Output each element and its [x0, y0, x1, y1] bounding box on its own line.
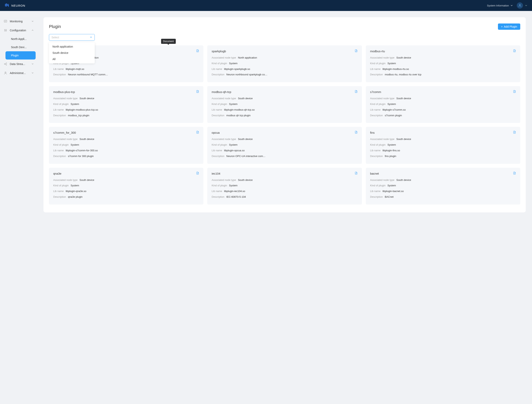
field-label: Kind of plugin: [53, 143, 69, 147]
desc-value: Neuron OPC-UA interactive com…: [226, 154, 266, 158]
card-header: bacnet: [370, 172, 516, 175]
document-icon[interactable]: [355, 172, 358, 175]
desc-row: Descriptions7comm plugin: [370, 114, 516, 118]
document-icon[interactable]: [355, 131, 358, 134]
desc-row: Descriptionmodbus qh tcp plugin: [212, 114, 357, 118]
lib-row: Lib namelibplugin-modbus-rtu.so: [370, 67, 516, 71]
desc-row: DescriptionNeuron northbound MQTT comm…: [53, 73, 199, 77]
node-type-value: South device: [79, 137, 94, 141]
add-plugin-button[interactable]: + Add Plugin: [498, 24, 520, 30]
configuration-icon: [4, 28, 7, 32]
nav-label: North Appli...: [11, 37, 27, 40]
lib-value: libplugin-modbus-plus-tcp.so: [66, 108, 98, 112]
desc-row: DescriptionNeuron OPC-UA interactive com…: [212, 154, 357, 158]
desc-value: Neuron northbound sparkplugb co…: [226, 73, 267, 77]
field-label: Description: [370, 195, 383, 199]
nav-configuration[interactable]: Configuration: [0, 26, 37, 35]
add-button-label: Add Plugin: [504, 25, 517, 28]
lib-value: libplugin-modbus-rtu.so: [382, 67, 409, 71]
lib-value: libplugin-qna3e.so: [66, 189, 86, 193]
node-type-row: Associated node typeSouth device: [370, 137, 516, 141]
lib-value: libplugin-iec104.so: [224, 189, 245, 193]
dropdown-option-south[interactable]: South device: [49, 50, 95, 56]
kind-value: System: [229, 183, 237, 188]
kind-row: Kind of pluginSystem: [212, 102, 357, 106]
node-type-row: Associated node typeSouth device: [370, 178, 516, 182]
lib-value: libplugin-sparkplugb.so: [224, 67, 250, 71]
lib-value: libplugin-fins.so: [382, 149, 400, 153]
nav-administration[interactable]: Administrat...: [0, 69, 37, 77]
nav-label: Data Strea...: [10, 63, 29, 66]
user-menu[interactable]: [517, 2, 527, 9]
plugin-name: qna3e: [53, 172, 62, 175]
document-icon[interactable]: [196, 172, 199, 175]
nav-label: Monitoring: [10, 20, 29, 23]
card-header: iec104: [212, 172, 357, 175]
field-label: Lib name: [53, 189, 63, 193]
field-label: Description: [370, 154, 383, 158]
document-icon[interactable]: [196, 49, 199, 53]
document-icon[interactable]: [513, 172, 516, 175]
nav-plugin[interactable]: Plugin: [6, 51, 36, 59]
document-icon[interactable]: [513, 131, 516, 134]
dropdown-option-north[interactable]: North application: [49, 44, 95, 50]
chevron-down-icon: [510, 4, 513, 7]
document-icon[interactable]: [513, 49, 516, 53]
lib-row: Lib namelibplugin-modbus-plus-tcp.so: [53, 108, 199, 112]
card-header: s7comm_for_300: [53, 131, 199, 134]
field-label: Kind of plugin: [370, 62, 386, 66]
plugin-card: fins Associated node typeSouth device Ki…: [366, 127, 520, 164]
node-type-value: South device: [79, 96, 94, 101]
document-icon[interactable]: [355, 49, 358, 53]
plugin-name: opcua: [212, 131, 220, 134]
lib-row: Lib namelibplugin-opcua.so: [212, 149, 357, 153]
kind-value: System: [71, 143, 79, 147]
field-label: Kind of plugin: [370, 143, 386, 147]
nav-label: South Devi...: [11, 46, 27, 49]
document-icon[interactable]: [196, 131, 199, 134]
main-content: Plugin + Add Plugin Select North applica…: [37, 11, 532, 404]
document-icon[interactable]: [196, 90, 199, 94]
content-panel: Plugin + Add Plugin Select North applica…: [44, 17, 526, 212]
field-label: Description: [370, 73, 383, 77]
document-icon[interactable]: [355, 90, 358, 94]
dropdown-option-all[interactable]: All: [49, 56, 95, 62]
chevron-down-icon: [32, 71, 34, 75]
sidebar-nav: Monitoring Configuration North Appli... …: [0, 11, 37, 404]
kind-value: System: [71, 183, 79, 188]
node-type-value: South device: [396, 56, 411, 60]
plugin-card: modbus-rtu Associated node typeSouth dev…: [366, 45, 520, 82]
node-type-row: Associated node typeSouth device: [370, 96, 516, 101]
field-label: Description: [53, 154, 66, 158]
administration-icon: [4, 71, 7, 75]
lib-row: Lib namelibplugin-s7comm-for-300.so: [53, 149, 199, 153]
desc-row: Descriptionmodbus rtu, modbus rtu over t…: [370, 73, 516, 77]
field-label: Kind of plugin: [212, 183, 227, 188]
kind-row: Kind of pluginSystem: [53, 102, 199, 106]
plugin-cards-grid: mqtt Associated node typeNorth applicati…: [49, 45, 520, 205]
desc-value: modbus rtu, modbus rtu over tcp: [385, 73, 421, 77]
card-header: modbus-plus-tcp: [53, 90, 199, 94]
desc-value: IEC-60870-5-104: [226, 195, 246, 199]
svg-point-0: [519, 4, 520, 6]
nav-monitoring[interactable]: Monitoring: [0, 17, 37, 26]
nav-data-stream[interactable]: Data Strea...: [0, 59, 37, 69]
nav-south-device[interactable]: South Devi...: [0, 43, 37, 51]
desc-value: modbus_tcp plugin: [68, 114, 89, 118]
field-label: Lib name: [370, 67, 380, 71]
document-icon[interactable]: [513, 90, 516, 94]
system-info-label: System Information: [487, 4, 509, 7]
system-info-dropdown[interactable]: System Information: [487, 4, 513, 7]
lib-value: libplugin-s7comm.so: [382, 108, 406, 112]
field-label: Lib name: [53, 149, 63, 153]
node-type-value: South device: [396, 96, 411, 101]
lib-row: Lib namelibplugin-bacnet.so: [370, 189, 516, 193]
plugin-name: iec104: [212, 172, 220, 175]
chevron-down-icon: [32, 20, 34, 23]
filter-select[interactable]: Select: [49, 34, 95, 41]
nav-north-app[interactable]: North Appli...: [0, 35, 37, 43]
node-type-row: Associated node typeSouth device: [53, 178, 199, 182]
desc-value: BACnet: [385, 195, 394, 199]
nav-label: Plugin: [11, 54, 19, 57]
desc-row: Descriptionmodbus_tcp plugin: [53, 114, 199, 118]
